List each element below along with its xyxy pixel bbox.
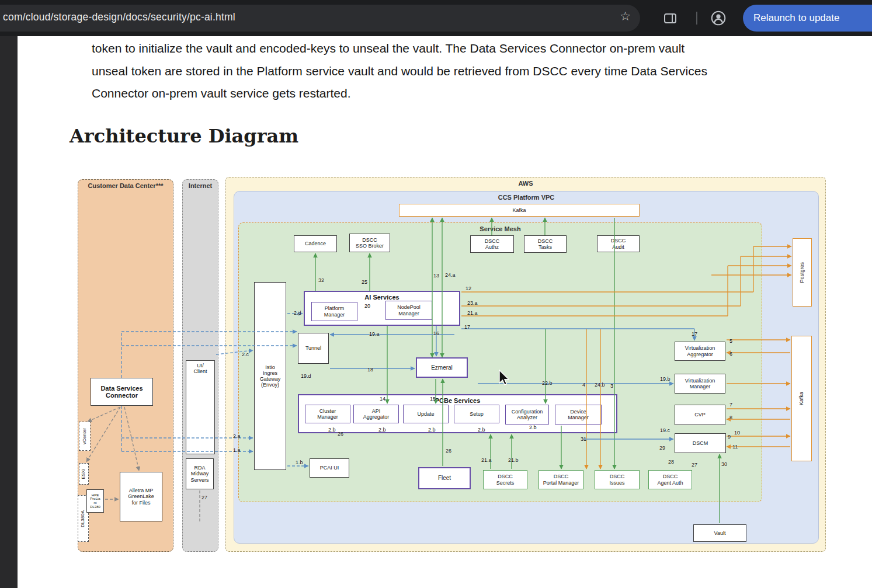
edge-label-20: 20 [364,303,370,309]
edge-label-19.a: 19.a [369,331,380,337]
edge-label-2.d: 2.d [294,310,301,316]
edge-label-14: 14 [380,396,385,402]
toolbar-separator [696,12,697,25]
edge-label-19.b: 19.b [660,376,670,382]
edge-label-15: 15 [430,396,436,402]
side-panel-icon-divider [672,15,673,22]
edge-label-7: 7 [729,402,732,408]
edge-label-26: 26 [446,448,451,454]
edge-label-24.b: 24.b [595,382,605,388]
body-paragraph: token to initialize the vault and encode… [92,37,851,105]
edge-label-31: 31 [581,436,586,442]
url-bar[interactable]: com/cloud/storage-design/docs/security/p… [0,5,640,32]
edge-label-2.b: 2.b [328,427,336,433]
diagram-labels-layer: 32251324.a1223.a21.a2.d2019.a16171819.d2… [69,172,834,562]
edge-label-18: 18 [367,367,373,373]
relaunch-button[interactable]: Relaunch to update [743,5,872,32]
edge-label-2.b: 2.b [428,427,436,433]
edge-label-29: 29 [659,445,665,451]
edge-label-2.c: 2.c [242,352,249,357]
edge-label-27: 27 [692,462,697,468]
edge-label-16: 16 [433,330,439,336]
page-heading: Architecture Diagram [70,125,298,147]
edge-label-11: 11 [732,444,738,450]
edge-label-24.a: 24.a [445,272,456,278]
edge-label-25: 25 [362,279,367,285]
edge-label-3: 3 [610,383,613,389]
bookmark-star-icon[interactable]: ☆ [620,9,631,23]
mouse-cursor [498,369,510,387]
architecture-diagram: Customer Data Center***InternetAWSCCS Pl… [69,172,834,562]
edge-label-27: 27 [202,495,207,500]
edge-label-21.a: 21.a [467,310,478,316]
edge-label-9: 9 [728,434,731,440]
edge-label-23.a: 23.a [467,300,478,306]
edge-label-4: 4 [582,382,585,388]
edge-label-2.a: 2.a [233,433,241,439]
edge-label-8: 8 [729,415,732,420]
edge-label-1.a: 1.a [233,447,241,453]
profile-icon[interactable] [710,10,727,29]
edge-label-10: 10 [734,430,740,436]
edge-label-30: 30 [721,461,727,467]
edge-label-32: 32 [318,277,324,283]
edge-label-6: 6 [729,351,732,357]
edge-label-28: 28 [668,459,674,465]
edge-label-22.b: 22.b [542,380,553,386]
edge-label-2.b: 2.b [529,425,537,430]
edge-label-5: 5 [729,338,732,344]
edge-label-19.c: 19.c [660,427,670,433]
side-panel-icon[interactable] [664,13,676,23]
edge-label-17: 17 [464,324,470,330]
edge-label-12: 12 [465,286,471,291]
browser-toolbar: com/cloud/storage-design/docs/security/p… [0,0,872,36]
edge-label-13: 13 [433,273,439,279]
url-text: com/cloud/storage-design/docs/security/p… [3,11,235,23]
edge-label-26: 26 [338,431,343,437]
edge-label-19.d: 19.d [301,373,311,379]
edge-label-2.b: 2.b [378,427,386,433]
window-left-edge [0,36,18,588]
edge-label-21.a: 21.a [481,457,492,463]
edge-label-2.b: 2.b [478,427,485,433]
profile-icon-glyph [710,10,727,26]
edge-label-1.b: 1.b [296,460,303,465]
edge-label-21.b: 21.b [508,457,519,463]
edge-label-17: 17 [692,331,697,337]
